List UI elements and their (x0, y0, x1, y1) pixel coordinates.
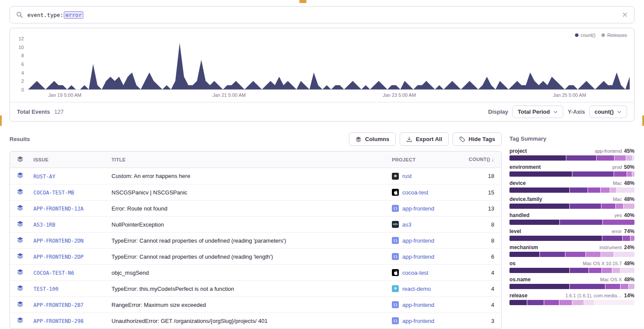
tag-bar-segment[interactable] (509, 300, 527, 305)
table-row: APP-FRONTEND-12A Error: Route not found … (10, 200, 501, 216)
tag-bar-segment[interactable] (621, 268, 634, 273)
tag-distribution-bar[interactable] (509, 171, 634, 177)
tag-bar-segment[interactable] (560, 220, 602, 225)
tag-distribution-bar[interactable] (509, 204, 634, 209)
tag-bar-segment[interactable] (614, 155, 626, 161)
tag-bar-segment[interactable] (544, 300, 559, 305)
tag-bar-segment[interactable] (570, 268, 588, 273)
clear-search-icon[interactable] (622, 12, 628, 18)
tag-bar-segment[interactable] (602, 236, 622, 241)
tag-bar-segment[interactable] (509, 171, 572, 177)
project-link[interactable]: app-frontend (402, 253, 434, 260)
tag-distribution-bar[interactable] (509, 268, 634, 273)
project-link[interactable]: app-frontend (402, 237, 434, 244)
issue-link[interactable]: APP-FRONTEND-298 (33, 318, 84, 324)
tag-bar-segment[interactable] (566, 155, 596, 161)
tag-bar-segment[interactable] (595, 300, 634, 305)
tag-bar-segment[interactable] (614, 252, 634, 257)
project-link[interactable]: as3 (402, 221, 411, 228)
display-select[interactable]: Total Period (513, 105, 563, 118)
tag-bar-segment[interactable] (509, 236, 602, 241)
tag-bar-segment[interactable] (586, 252, 601, 257)
tag-bar-segment[interactable] (616, 204, 623, 209)
tag-bar-segment[interactable] (629, 284, 634, 289)
search-bar[interactable]: event.type:error (10, 6, 634, 23)
column-header-title[interactable]: TITLE (108, 153, 388, 167)
tag-bar-segment[interactable] (610, 188, 616, 193)
project-link[interactable]: cocoa-test (402, 189, 428, 196)
tag-distribution-bar[interactable] (509, 284, 634, 289)
project-link[interactable]: cocoa-test (402, 270, 428, 276)
issue-link[interactable]: APP-FRONTEND-12A (33, 206, 84, 212)
legend-item-count[interactable]: count() (575, 32, 595, 38)
tag-bar-segment[interactable] (572, 300, 584, 305)
issue-link[interactable]: APP-FRONTEND-2B7 (33, 302, 84, 308)
columns-button[interactable]: Columns (349, 132, 396, 146)
tag-bar-segment[interactable] (509, 155, 566, 161)
tag-bar-segment[interactable] (588, 188, 601, 193)
tag-bar-segment[interactable] (527, 300, 543, 305)
events-time-series-chart[interactable] (28, 39, 630, 90)
tag-bar-segment[interactable] (627, 171, 632, 177)
tag-distribution-bar[interactable] (509, 300, 634, 305)
issue-link[interactable]: AS3-1RB (33, 222, 56, 228)
tag-bar-segment[interactable] (624, 204, 634, 209)
tag-bar-segment[interactable] (570, 204, 601, 209)
tag-bar-segment[interactable] (621, 284, 628, 289)
tag-bar-segment[interactable] (509, 204, 569, 209)
tag-bar-segment[interactable] (601, 188, 609, 193)
issue-link[interactable]: COCOA-TEST-MB (33, 190, 74, 196)
tag-bar-segment[interactable] (597, 155, 614, 161)
tag-bar-segment[interactable] (540, 252, 565, 257)
project-link[interactable]: app-frontend (402, 205, 434, 212)
tag-distribution-bar[interactable] (509, 252, 634, 257)
tag-bar-segment[interactable] (612, 268, 620, 273)
tag-bar-segment[interactable] (589, 268, 601, 273)
issue-link[interactable]: COCOA-TEST-N6 (33, 270, 74, 276)
export-all-button[interactable]: Export All (400, 132, 449, 146)
tag-bar-segment[interactable] (614, 171, 627, 177)
search-input[interactable]: event.type:error (27, 11, 618, 19)
tag-bar-segment[interactable] (632, 171, 634, 177)
column-header-count[interactable]: COUNT() ↓ (462, 152, 501, 167)
tag-bar-segment[interactable] (623, 236, 630, 241)
column-header-project[interactable]: PROJECT (388, 153, 462, 167)
tag-bar-segment[interactable] (570, 188, 587, 193)
tag-bar-segment[interactable] (509, 268, 569, 273)
issue-link[interactable]: TEST-100 (33, 286, 59, 292)
tag-bar-segment[interactable] (509, 220, 559, 225)
tag-bar-segment[interactable] (570, 284, 605, 289)
tag-bar-segment[interactable] (509, 188, 569, 193)
event-count: 8 (462, 237, 501, 244)
issue-link[interactable]: APP-FRONTEND-2DN (33, 238, 84, 244)
column-header-issue[interactable]: ISSUE (30, 153, 108, 167)
tag-bar-segment[interactable] (509, 284, 569, 289)
tag-bar-segment[interactable] (605, 284, 621, 289)
project-link[interactable]: app-frontend (402, 302, 434, 308)
hide-tags-button[interactable]: Hide Tags (453, 132, 502, 146)
tag-distribution-bar[interactable] (509, 220, 634, 225)
tag-bar-segment[interactable] (601, 252, 614, 257)
tag-distribution-bar[interactable] (509, 236, 634, 241)
tag-bar-segment[interactable] (631, 236, 634, 241)
tag-distribution-bar[interactable] (509, 188, 634, 193)
tag-bar-segment[interactable] (603, 220, 634, 225)
tag-bar-segment[interactable] (584, 300, 594, 305)
tag-distribution-bar[interactable] (509, 155, 634, 161)
tag-bar-segment[interactable] (565, 252, 585, 257)
tag-bar-segment[interactable] (509, 252, 539, 257)
issue-link[interactable]: APP-FRONTEND-2DP (33, 254, 84, 260)
legend-item-releases[interactable]: Releases (601, 32, 627, 38)
tag-bar-segment[interactable] (626, 155, 632, 161)
project-link[interactable]: app-frontend (402, 318, 434, 324)
tag-bar-segment[interactable] (559, 300, 572, 305)
project-link[interactable]: rust (402, 173, 412, 179)
y-axis-select[interactable]: count() (589, 105, 627, 118)
tag-bar-segment[interactable] (572, 171, 614, 177)
project-link[interactable]: react-demo (402, 286, 431, 292)
tag-bar-segment[interactable] (633, 155, 634, 161)
tag-bar-segment[interactable] (602, 268, 612, 273)
issue-link[interactable]: RUST-AY (33, 174, 56, 180)
tag-bar-segment[interactable] (601, 204, 615, 209)
tag-bar-segment[interactable] (617, 188, 634, 193)
